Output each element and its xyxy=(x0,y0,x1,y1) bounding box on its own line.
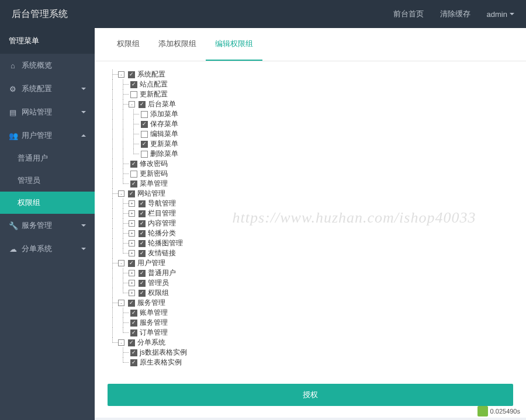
tree-label[interactable]: 更新菜单 xyxy=(150,139,178,149)
checkbox[interactable] xyxy=(139,200,146,207)
checkbox[interactable] xyxy=(130,81,137,88)
tree-label[interactable]: 更新密码 xyxy=(140,169,168,179)
sidebar-sub-item[interactable]: 普通用户 xyxy=(0,147,95,169)
checkbox[interactable] xyxy=(141,121,148,128)
tree-label[interactable]: 普通用户 xyxy=(148,268,176,278)
checkbox[interactable] xyxy=(130,161,137,168)
tree-label[interactable]: 轮播图管理 xyxy=(148,238,183,248)
collapse-icon[interactable]: - xyxy=(118,339,124,346)
checkbox[interactable] xyxy=(130,310,137,317)
expand-icon[interactable]: + xyxy=(129,220,135,227)
tree-label[interactable]: 网站管理 xyxy=(137,189,165,199)
tree-label[interactable]: 用户管理 xyxy=(137,258,165,268)
tree-label[interactable]: 站点配置 xyxy=(140,79,168,89)
checkbox[interactable] xyxy=(130,181,137,188)
expand-icon[interactable]: + xyxy=(129,270,135,276)
expand-icon[interactable]: + xyxy=(129,240,135,247)
sidebar-item[interactable]: ▤网站管理 xyxy=(0,100,95,124)
expand-icon[interactable]: + xyxy=(129,200,135,207)
collapse-icon[interactable]: - xyxy=(118,260,124,266)
sidebar-sub-item[interactable]: 管理员 xyxy=(0,169,95,192)
expand-icon[interactable]: + xyxy=(129,290,135,296)
checkbox[interactable] xyxy=(139,250,146,257)
sidebar-item[interactable]: ⚙系统配置 xyxy=(0,77,95,100)
collapse-icon[interactable]: - xyxy=(129,101,135,107)
checkbox[interactable] xyxy=(128,300,135,307)
checkbox[interactable] xyxy=(128,71,135,78)
tree-label[interactable]: 删除菜单 xyxy=(150,149,178,159)
tree-label[interactable]: 编辑菜单 xyxy=(150,129,178,139)
tree-label[interactable]: 原生表格实例 xyxy=(140,357,182,367)
checkbox[interactable] xyxy=(128,190,135,197)
tab[interactable]: 权限组 xyxy=(108,28,149,61)
checkbox[interactable] xyxy=(130,320,137,327)
collapse-icon[interactable]: - xyxy=(118,300,124,306)
checkbox[interactable] xyxy=(139,220,146,227)
sidebar-item[interactable]: ☁分单系统 xyxy=(0,237,95,261)
checkbox[interactable] xyxy=(139,230,146,237)
tab[interactable]: 添加权限组 xyxy=(149,28,206,61)
checkbox[interactable] xyxy=(130,359,137,366)
tree-label[interactable]: 保存菜单 xyxy=(150,119,178,129)
tree-label[interactable]: 栏目管理 xyxy=(148,209,176,218)
tree-label[interactable]: 服务管理 xyxy=(140,318,168,328)
tree-node: 订单管理 xyxy=(108,328,513,338)
tree-label[interactable]: 分单系统 xyxy=(137,338,165,348)
checkbox[interactable] xyxy=(141,151,148,158)
tree-label[interactable]: 修改密码 xyxy=(140,159,168,169)
checkbox[interactable] xyxy=(128,339,135,346)
checkbox[interactable] xyxy=(141,141,148,148)
tree-node: -服务管理 xyxy=(108,298,513,308)
tree-label[interactable]: 系统配置 xyxy=(137,70,165,79)
sidebar-item[interactable]: 👥用户管理 xyxy=(0,124,95,147)
tree-label[interactable]: 友情链接 xyxy=(148,248,176,258)
tree-node: 更新菜单 xyxy=(108,139,513,149)
tree-label[interactable]: 内容管理 xyxy=(148,218,176,228)
authorize-button[interactable]: 授权 xyxy=(108,384,513,406)
checkbox[interactable] xyxy=(139,101,146,108)
checkbox[interactable] xyxy=(139,210,146,217)
checkbox[interactable] xyxy=(128,260,135,267)
expand-icon[interactable]: + xyxy=(129,250,135,256)
tree-label[interactable]: 账单管理 xyxy=(140,308,168,318)
tree-label[interactable]: 订单管理 xyxy=(140,328,168,338)
expand-icon[interactable]: + xyxy=(129,280,135,286)
tree-node: 菜单管理 xyxy=(108,179,513,189)
checkbox[interactable] xyxy=(139,240,146,247)
tree-node: -系统配置 xyxy=(108,70,513,79)
checkbox[interactable] xyxy=(130,171,137,178)
tab[interactable]: 编辑权限组 xyxy=(206,28,262,61)
tree-label[interactable]: 后台菜单 xyxy=(148,99,176,109)
checkbox[interactable] xyxy=(139,290,146,297)
tree-label[interactable]: 添加菜单 xyxy=(150,109,178,119)
tree-label[interactable]: 导航管理 xyxy=(148,199,176,209)
checkbox[interactable] xyxy=(130,91,137,98)
clear-cache-link[interactable]: 清除缓存 xyxy=(440,9,470,19)
tree-node: +权限组 xyxy=(108,288,513,298)
tree-label[interactable]: js数据表格实例 xyxy=(140,348,187,357)
sidebar-item[interactable]: ⌂系统概览 xyxy=(0,54,95,77)
expand-icon[interactable]: + xyxy=(129,210,135,217)
collapse-icon[interactable]: - xyxy=(118,71,124,78)
sidebar: 管理菜单 ⌂系统概览⚙系统配置▤网站管理👥用户管理普通用户管理员权限组🔧服务管理… xyxy=(0,28,95,420)
tree-label[interactable]: 管理员 xyxy=(148,278,169,288)
checkbox[interactable] xyxy=(139,270,146,277)
collapse-icon[interactable]: - xyxy=(118,190,124,197)
sidebar-item[interactable]: 🔧服务管理 xyxy=(0,214,95,237)
checkbox[interactable] xyxy=(130,329,137,336)
tree-label[interactable]: 菜单管理 xyxy=(140,179,168,189)
checkbox[interactable] xyxy=(141,131,148,138)
tree-label[interactable]: 权限组 xyxy=(148,288,169,298)
tree-label[interactable]: 服务管理 xyxy=(137,298,165,308)
checkbox[interactable] xyxy=(141,111,148,118)
timing-indicator: 0.025490s xyxy=(477,406,520,416)
tree-label[interactable]: 轮播分类 xyxy=(148,228,176,238)
frontend-link[interactable]: 前台首页 xyxy=(393,9,424,19)
checkbox[interactable] xyxy=(139,280,146,287)
user-menu[interactable]: admin xyxy=(487,10,514,19)
expand-icon[interactable]: + xyxy=(129,230,135,237)
checkbox[interactable] xyxy=(130,349,137,356)
nav-icon: 🔧 xyxy=(9,221,17,230)
tree-label[interactable]: 更新配置 xyxy=(140,89,168,99)
sidebar-sub-item[interactable]: 权限组 xyxy=(0,192,95,214)
